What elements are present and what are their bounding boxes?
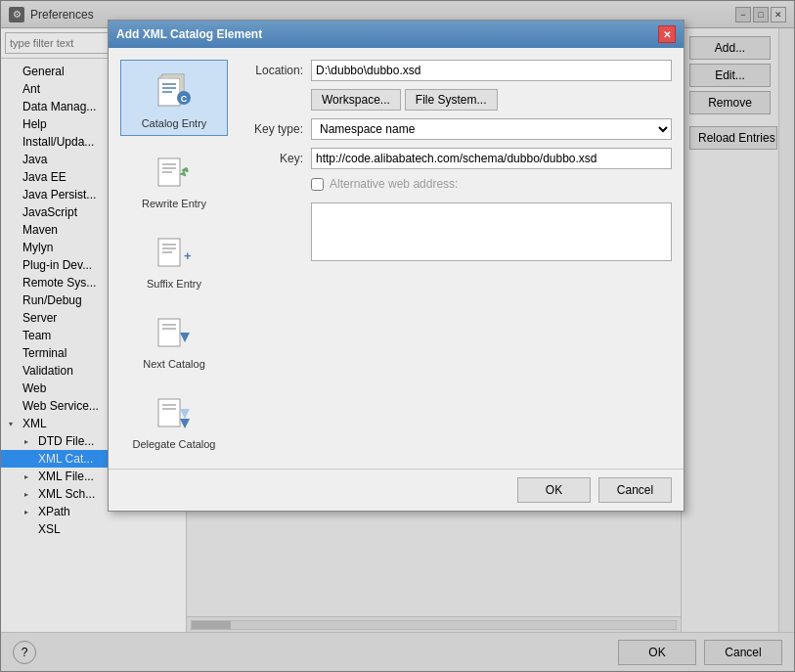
sidebar-item-label-java-persist: Java Persist... (22, 188, 96, 202)
sidebar-item-label-dtd-files: DTD File... (38, 434, 94, 448)
rewrite-entry-label: Rewrite Entry (142, 198, 206, 209)
svg-rect-21 (158, 399, 180, 426)
minimize-button[interactable]: − (735, 7, 751, 22)
vertical-scrollbar[interactable] (778, 28, 794, 632)
sidebar-item-label-plugin-dev: Plug-in Dev... (22, 258, 92, 272)
modal-footer: OK Cancel (109, 469, 684, 511)
key-input[interactable] (311, 148, 672, 169)
window-title: Preferences (30, 8, 94, 22)
suffix-entry-icon: + (151, 227, 198, 274)
ok-button[interactable]: OK (618, 640, 696, 665)
edit-button[interactable]: Edit... (689, 64, 771, 87)
scrollbar-track (191, 620, 677, 630)
sidebar-item-label-help: Help (22, 117, 47, 131)
sidebar-item-label-mylyn: Mylyn (22, 241, 53, 254)
sidebar-item-label-web-service: Web Service... (22, 399, 99, 413)
delegate-catalog-icon-item[interactable]: Delegate Catalog (120, 381, 228, 457)
altwebaddr-row: Alternative web address: (311, 177, 672, 191)
expand-arrow-xml: ▾ (9, 420, 19, 428)
svg-marker-20 (180, 333, 190, 342)
keytype-select[interactable]: Namespace namePublic IDSystem IDURI (311, 118, 672, 140)
modal-body: C Catalog Entry (109, 48, 684, 469)
reload-entries-button[interactable]: Reload Entries (689, 126, 777, 150)
key-row: Key: (240, 148, 672, 169)
expand-arrow-dtd-files: ▸ (24, 437, 34, 446)
sidebar-item-label-install-upd: Install/Upda... (22, 135, 94, 149)
keytype-row: Key type: Namespace namePublic IDSystem … (240, 118, 672, 140)
svg-marker-25 (180, 409, 190, 419)
next-catalog-icon (151, 307, 198, 354)
sidebar-item-label-run-debug: Run/Debug (22, 293, 82, 307)
filesystem-button[interactable]: File System... (405, 89, 498, 111)
workspace-button[interactable]: Workspace... (311, 89, 401, 111)
modal-title: Add XML Catalog Element (116, 27, 262, 41)
maximize-button[interactable]: □ (753, 7, 769, 22)
close-button[interactable]: ✕ (771, 7, 786, 22)
catalog-entry-icon-item[interactable]: C Catalog Entry (120, 60, 228, 136)
horizontal-scrollbar[interactable] (187, 616, 681, 632)
delegate-catalog-label: Delegate Catalog (132, 438, 215, 450)
modal-cancel-button[interactable]: Cancel (598, 477, 672, 503)
rewrite-entry-icon-item[interactable]: Rewrite Entry (120, 140, 228, 216)
sidebar-item-label-xpath: XPath (38, 505, 70, 518)
sidebar-item-label-validation: Validation (22, 364, 73, 378)
altwebaddr-field-container (311, 199, 672, 457)
suffix-entry-label: Suffix Entry (147, 278, 201, 290)
sidebar-item-label-xsl: XSL (38, 522, 61, 536)
catalog-entry-icon: C (151, 67, 198, 113)
expand-arrow-xpath: ▸ (24, 508, 34, 516)
svg-marker-24 (180, 419, 190, 428)
sidebar-item-label-xml-files: XML File... (38, 470, 94, 483)
next-catalog-label: Next Catalog (143, 358, 205, 370)
altwebaddr-textarea[interactable] (311, 202, 672, 261)
cancel-button[interactable]: Cancel (704, 640, 782, 665)
right-action-col: Add... Edit... Remove Reload Entries (681, 28, 778, 632)
key-label: Key: (240, 152, 303, 165)
location-label: Location: (240, 64, 303, 77)
title-bar-controls: − □ ✕ (735, 7, 786, 22)
icon-panel: C Catalog Entry (120, 60, 228, 457)
location-row: Location: (240, 60, 672, 81)
sidebar-item-label-remote-sys: Remote Sys... (22, 276, 96, 290)
expand-arrow-xml-files: ▸ (24, 472, 34, 481)
next-catalog-icon-item[interactable]: Next Catalog (120, 300, 228, 377)
sidebar-item-xsl[interactable]: XSL (1, 520, 186, 538)
rewrite-entry-icon (151, 147, 198, 194)
sidebar-item-label-javascript: JavaScript (22, 205, 77, 219)
delegate-catalog-icon (151, 387, 198, 434)
svg-text:+: + (184, 248, 192, 263)
sidebar-item-label-xml-sch: XML Sch... (38, 487, 95, 501)
sidebar-item-label-java: Java (22, 153, 47, 166)
sidebar-item-label-web: Web (22, 381, 46, 395)
add-button[interactable]: Add... (689, 36, 771, 60)
modal-ok-button[interactable]: OK (517, 477, 591, 503)
sidebar-item-label-terminal: Terminal (22, 346, 66, 360)
altwebaddr-checkbox[interactable] (311, 178, 324, 191)
location-btn-group: Workspace... File System... (311, 89, 672, 111)
svg-rect-17 (158, 319, 180, 346)
expand-arrow-xml-sch: ▸ (24, 490, 34, 499)
bottom-bar: ? OK Cancel (1, 632, 794, 671)
remove-button[interactable]: Remove (689, 91, 771, 114)
sidebar-item-label-xml: XML (22, 417, 47, 430)
altwebaddr-label: Alternative web address: (330, 177, 458, 191)
sidebar-item-label-maven: Maven (22, 223, 58, 237)
title-bar-left: ⚙ Preferences (9, 7, 94, 22)
svg-text:C: C (181, 94, 188, 104)
scrollbar-thumb (192, 621, 231, 629)
sidebar-item-label-ant: Ant (22, 82, 40, 96)
suffix-entry-icon-item[interactable]: + Suffix Entry (120, 220, 228, 296)
bottom-left: ? (13, 641, 36, 664)
form-panel: Location: Workspace... File System... Ke… (240, 60, 672, 457)
help-button[interactable]: ? (13, 641, 36, 664)
catalog-entry-label: Catalog Entry (142, 117, 207, 129)
keytype-label: Key type: (240, 122, 303, 136)
app-icon: ⚙ (9, 7, 24, 22)
modal-close-button[interactable]: ✕ (658, 25, 676, 43)
sidebar-item-label-server: Server (22, 311, 57, 325)
bottom-right: OK Cancel (618, 640, 782, 665)
location-input[interactable] (311, 60, 672, 81)
sidebar-item-label-team: Team (22, 329, 51, 342)
modal-title-bar: Add XML Catalog Element ✕ (109, 21, 684, 48)
add-xml-catalog-modal: Add XML Catalog Element ✕ (108, 20, 685, 512)
